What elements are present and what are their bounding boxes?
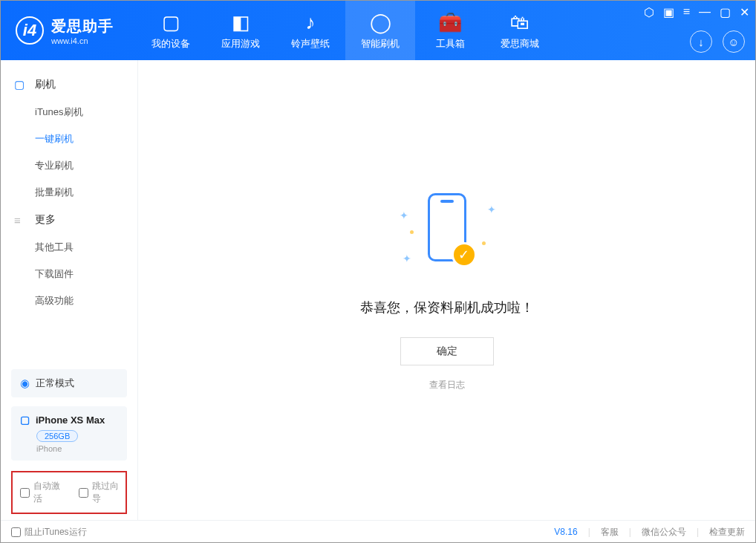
shirt-icon[interactable]: ⬡ [644,5,654,19]
phone-icon: ▢ [162,10,180,34]
footer-link-wechat[interactable]: 微信公众号 [642,526,686,539]
highlighted-options: 自动激活 跳过向导 [11,471,127,514]
footer: 阻止iTunes运行 V8.16 | 客服 | 微信公众号 | 检查更新 [1,520,755,543]
success-message: 恭喜您，保资料刷机成功啦！ [360,299,534,316]
dot-icon [482,241,486,245]
device-box[interactable]: ▢iPhone XS Max 256GB iPhone [11,406,127,461]
sync-icon: ◯ [370,10,391,34]
mode-icon: ◉ [20,377,30,390]
sidebar-item-download-firmware[interactable]: 下载固件 [1,261,137,287]
sidebar-item-oneclick-flash[interactable]: 一键刷机 [1,126,137,152]
sparkle-icon: ✦ [403,253,411,264]
footer-link-update[interactable]: 检查更新 [709,526,745,539]
sidebar-item-pro-flash[interactable]: 专业刷机 [1,152,137,179]
sidebar-item-itunes-flash[interactable]: iTunes刷机 [1,99,137,126]
cube-icon: ◧ [232,10,250,34]
sidebar-section-flash: ▢刷机 [1,71,137,99]
header-right-buttons: ↓ ☺ [690,30,745,53]
version-label: V8.16 [554,527,577,537]
storage-badge: 256GB [36,430,78,442]
download-button[interactable]: ↓ [690,30,712,53]
music-icon: ♪ [306,10,316,34]
view-log-link[interactable]: 查看日志 [429,379,465,391]
mode-box[interactable]: ◉正常模式 [11,369,127,397]
device-icon: ▢ [20,414,30,426]
menu-icon[interactable]: ≡ [683,5,690,19]
sidebar-item-advanced[interactable]: 高级功能 [1,287,137,314]
sidebar: ▢刷机 iTunes刷机 一键刷机 专业刷机 批量刷机 ≡更多 其他工具 下载固… [1,60,138,520]
success-illustration: ✦ ✦ ✦ ✓ [388,189,506,278]
main-content: ✦ ✦ ✦ ✓ 恭喜您，保资料刷机成功啦！ 确定 查看日志 [138,60,755,520]
sidebar-item-other-tools[interactable]: 其他工具 [1,234,137,261]
logo: i4 爱思助手 www.i4.cn [1,16,128,45]
sparkle-icon: ✦ [487,204,496,215]
maximize-icon[interactable]: ▢ [720,5,731,19]
tab-ringtones-wallpapers[interactable]: ♪铃声壁纸 [276,1,345,60]
minimize-icon[interactable]: — [699,5,711,19]
account-button[interactable]: ☺ [723,30,745,53]
footer-link-support[interactable]: 客服 [601,526,619,539]
tab-store[interactable]: 🛍爱思商城 [485,1,555,60]
tab-toolbox[interactable]: 🧰工具箱 [415,1,485,60]
device-type: iPhone [36,444,118,453]
ok-button[interactable]: 确定 [400,337,494,365]
sidebar-section-more: ≡更多 [1,206,137,234]
close-icon[interactable]: ✕ [740,5,749,19]
list-icon: ≡ [14,214,27,227]
app-title: 爱思助手 [51,16,114,36]
phone-icon: ▢ [14,78,27,91]
sidebar-item-batch-flash[interactable]: 批量刷机 [1,179,137,206]
tab-my-device[interactable]: ▢我的设备 [136,1,206,60]
tab-apps-games[interactable]: ◧应用游戏 [206,1,276,60]
sparkle-icon: ✦ [400,209,408,221]
window-controls: ⬡ ▣ ≡ — ▢ ✕ [644,5,749,19]
nav-tabs: ▢我的设备 ◧应用游戏 ♪铃声壁纸 ◯智能刷机 🧰工具箱 🛍爱思商城 [136,1,555,60]
dot-icon [410,230,414,234]
bag-icon: 🛍 [510,10,529,34]
app-subtitle: www.i4.cn [51,36,114,45]
settings-icon[interactable]: ▣ [663,5,674,19]
toolbox-icon: 🧰 [438,10,462,34]
titlebar: i4 爱思助手 www.i4.cn ▢我的设备 ◧应用游戏 ♪铃声壁纸 ◯智能刷… [1,1,755,60]
block-itunes-checkbox[interactable]: 阻止iTunes运行 [11,526,87,539]
checkmark-badge-icon: ✓ [452,242,477,267]
auto-activate-checkbox[interactable]: 自动激活 [20,480,67,505]
tab-smart-flash[interactable]: ◯智能刷机 [345,1,415,60]
skip-guide-checkbox[interactable]: 跳过向导 [79,480,126,505]
logo-icon: i4 [16,16,44,45]
